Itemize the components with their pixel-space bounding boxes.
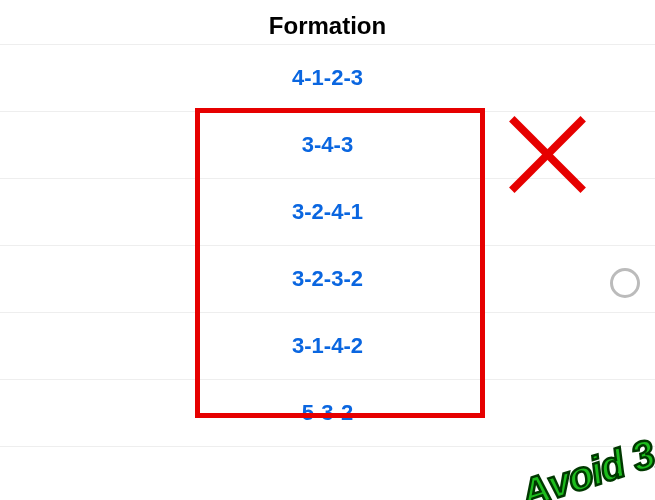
formation-row[interactable]: 4-1-2-3: [0, 44, 655, 112]
formation-row[interactable]: 3-2-4-1: [0, 179, 655, 246]
formation-label: 3-4-3: [302, 132, 353, 157]
formation-row[interactable]: 3-2-3-2: [0, 246, 655, 313]
page-title: Formation: [0, 0, 655, 44]
formation-label: 3-2-3-2: [292, 266, 363, 291]
formation-label: 3-1-4-2: [292, 333, 363, 358]
radio-icon[interactable]: [610, 268, 640, 298]
formation-row[interactable]: 3-4-3: [0, 112, 655, 179]
formation-list: 4-1-2-3 3-4-3 3-2-4-1 3-2-3-2 3-1-4-2 5-…: [0, 44, 655, 447]
formation-row[interactable]: 3-1-4-2: [0, 313, 655, 380]
formation-label: 5-3-2: [302, 400, 353, 425]
formation-label: 4-1-2-3: [292, 65, 363, 90]
formation-label: 3-2-4-1: [292, 199, 363, 224]
formation-row[interactable]: 5-3-2: [0, 380, 655, 447]
formation-screen: Formation 4-1-2-3 3-4-3 3-2-4-1 3-2-3-2 …: [0, 0, 655, 500]
